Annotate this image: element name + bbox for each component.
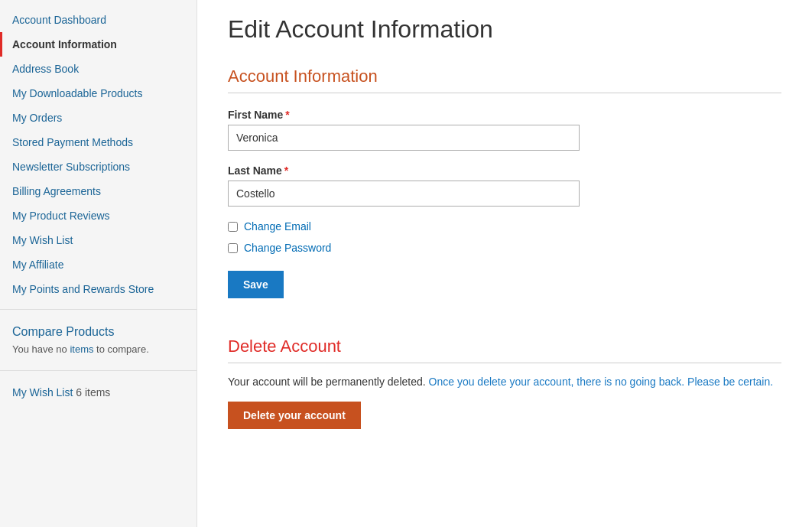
first-name-label: First Name* xyxy=(228,109,781,121)
change-password-label[interactable]: Change Password xyxy=(244,242,331,254)
wishlist-label: My Wish List xyxy=(12,386,73,399)
save-button[interactable]: Save xyxy=(228,271,284,298)
change-password-group: Change Password xyxy=(228,242,781,254)
change-email-label[interactable]: Change Email xyxy=(244,220,311,233)
delete-divider xyxy=(228,363,781,363)
last-name-label: Last Name* xyxy=(228,164,781,177)
sidebar-item-my-product-reviews[interactable]: My Product Reviews xyxy=(0,203,197,228)
delete-text-before: Your account will be permanently deleted… xyxy=(228,376,429,388)
delete-account-section: Delete Account Your account will be perm… xyxy=(228,337,781,429)
compare-text-before: You have no xyxy=(12,343,70,355)
sidebar-item-my-affiliate[interactable]: My Affiliate xyxy=(0,252,197,277)
account-info-divider xyxy=(228,93,781,93)
change-email-checkbox[interactable] xyxy=(228,222,238,232)
compare-items-link[interactable]: items xyxy=(70,343,93,355)
change-email-group: Change Email xyxy=(228,220,781,233)
change-password-checkbox[interactable] xyxy=(228,243,238,253)
sidebar-item-address-book[interactable]: Address Book xyxy=(0,57,197,81)
last-name-required: * xyxy=(284,164,288,177)
sidebar-item-newsletter-subscriptions[interactable]: Newsletter Subscriptions xyxy=(0,155,197,179)
account-info-section-title: Account Information xyxy=(228,67,781,86)
compare-products-text: You have no items to compare. xyxy=(12,343,184,355)
wishlist-count: 6 items xyxy=(76,386,110,399)
wishlist-link[interactable]: My Wish List 6 items xyxy=(12,386,110,399)
sidebar-item-account-information[interactable]: Account Information xyxy=(0,32,197,57)
sidebar-divider xyxy=(0,309,197,310)
main-content: Edit Account Information Account Informa… xyxy=(197,0,812,527)
sidebar-item-my-wish-list[interactable]: My Wish List xyxy=(0,228,197,252)
delete-text-highlight: Once you delete your account, there is n… xyxy=(429,376,774,388)
delete-description: Your account will be permanently deleted… xyxy=(228,376,781,388)
first-name-required: * xyxy=(285,109,289,121)
sidebar-item-my-downloadable-products[interactable]: My Downloadable Products xyxy=(0,81,197,106)
sidebar: Account DashboardAccount InformationAddr… xyxy=(0,0,197,527)
sidebar-item-billing-agreements[interactable]: Billing Agreements xyxy=(0,179,197,203)
delete-account-button[interactable]: Delete your account xyxy=(228,402,361,429)
first-name-group: First Name* xyxy=(228,109,781,151)
sidebar-item-account-dashboard[interactable]: Account Dashboard xyxy=(0,8,197,32)
sidebar-divider-2 xyxy=(0,370,197,371)
last-name-input[interactable] xyxy=(228,181,580,207)
sidebar-item-my-points-rewards[interactable]: My Points and Rewards Store xyxy=(0,277,197,301)
first-name-input[interactable] xyxy=(228,125,580,151)
sidebar-item-my-orders[interactable]: My Orders xyxy=(0,106,197,130)
delete-account-title: Delete Account xyxy=(228,337,781,356)
compare-text-after: to compare. xyxy=(94,343,149,355)
wishlist-section: My Wish List 6 items xyxy=(0,379,197,406)
sidebar-item-stored-payment-methods[interactable]: Stored Payment Methods xyxy=(0,130,197,155)
last-name-group: Last Name* xyxy=(228,164,781,207)
page-title: Edit Account Information xyxy=(228,15,781,44)
compare-products-section: Compare Products You have no items to co… xyxy=(0,317,197,363)
compare-products-title: Compare Products xyxy=(12,325,184,339)
